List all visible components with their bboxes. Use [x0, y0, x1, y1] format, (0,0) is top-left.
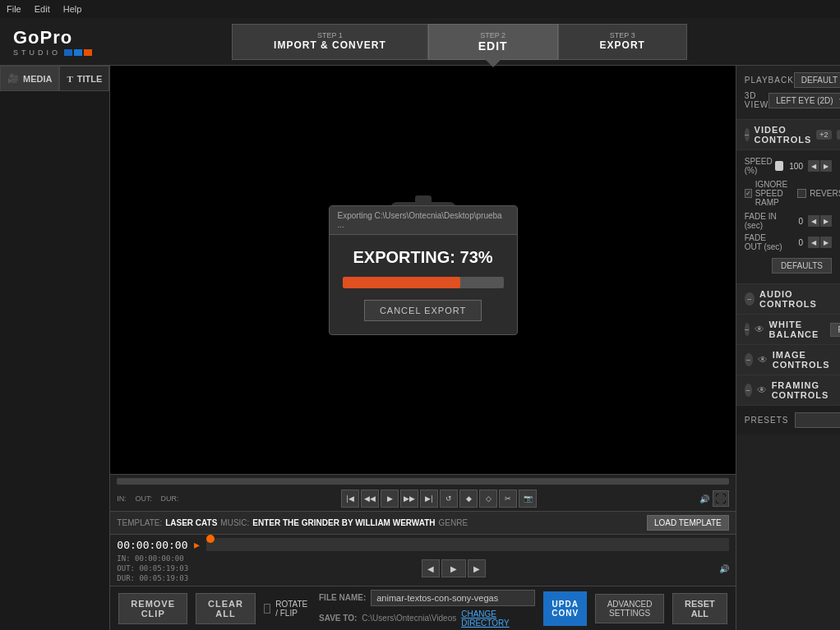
update-convert-btn[interactable]: UPDA CONV: [543, 591, 587, 626]
defaults-btn[interactable]: DEFAULTS: [772, 258, 832, 274]
presets-row: PRESETS ADD: [736, 406, 840, 435]
pick-btn[interactable]: PICK: [830, 323, 840, 337]
remove-clip-btn[interactable]: REMOVE CLIP: [118, 593, 187, 624]
in-time: IN: 00:00:00:00: [117, 554, 188, 563]
speed-inc-btn[interactable]: ▶: [820, 160, 832, 172]
video-badge-1: +2: [816, 130, 831, 140]
video-controls-header[interactable]: − VIDEO CONTROLS +2 x2: [736, 120, 840, 150]
timeline-section: 00:00:00:00 ▸ IN: 00:00:00:00 OUT: 00:05…: [110, 534, 735, 586]
advanced-settings-btn[interactable]: ADVANCED SETTINGS: [595, 594, 664, 623]
timeline-scrub-bar[interactable]: [117, 478, 728, 485]
template-bar: TEMPLATE: LASER CATS MUSIC: ENTER THE GR…: [110, 511, 735, 534]
step1-num: STEP 1: [274, 31, 386, 39]
playback-row: PLAYBACK DEFAULT (HALF-RES): [745, 72, 832, 88]
step3-num: STEP 3: [600, 31, 645, 39]
fade-out-dec-btn[interactable]: ◀: [808, 237, 819, 248]
export-dialog: Exporting C:\Users\Ontecnia\Desktop\prue…: [329, 205, 518, 335]
fullscreen-btn[interactable]: ⛶: [713, 490, 729, 507]
controls-row: IN: OUT: DUR: |◀ ◀◀ ▶ ▶▶ ▶| ↺ ◆ ◇ ✂ 📷: [117, 490, 728, 508]
in-label: IN:: [117, 494, 127, 503]
reset-all-btn[interactable]: RESET ALL: [672, 593, 727, 624]
fade-out-inc-btn[interactable]: ▶: [820, 237, 832, 248]
skip-end-btn[interactable]: ▶|: [420, 490, 438, 508]
audio-toggle[interactable]: −: [745, 292, 755, 306]
ignore-speed-ramp-label: IGNORE SPEED RAMP: [755, 180, 789, 207]
tab-media[interactable]: 🎥 MEDIA: [0, 66, 59, 91]
video-controls-title: VIDEO CONTROLS: [755, 125, 812, 145]
center-area: Exporting C:\Users\Ontecnia\Desktop\prue…: [110, 66, 735, 630]
white-balance-header[interactable]: − 👁 WHITE BALANCE PICK: [736, 315, 840, 345]
playback-section: PLAYBACK DEFAULT (HALF-RES) 3D VIEW LEFT…: [736, 66, 840, 120]
eye-icon-framing: 👁: [757, 384, 767, 396]
title-icon: T: [67, 74, 72, 84]
fade-in-inc-btn[interactable]: ▶: [820, 215, 832, 227]
menu-bar: File Edit Help: [0, 0, 840, 18]
tab-title[interactable]: T TITLE: [59, 66, 109, 91]
reverse-checkbox[interactable]: [797, 189, 806, 198]
step1-label: IMPORT & CONVERT: [274, 39, 386, 51]
next-frame-btn[interactable]: ▶▶: [400, 490, 418, 508]
rotate-flip-label: ROTATE / FLIP: [275, 600, 311, 618]
menu-help[interactable]: Help: [63, 4, 82, 14]
white-balance-toggle[interactable]: −: [745, 323, 750, 336]
cancel-export-button[interactable]: CANCEL EXPORT: [364, 300, 482, 321]
play-btn[interactable]: ▶: [381, 490, 399, 508]
speed-dec-btn[interactable]: ◀: [808, 160, 819, 172]
tab-title-label: TITLE: [77, 74, 103, 84]
mark2-btn[interactable]: ◇: [479, 490, 497, 508]
eye-icon-wb: 👁: [755, 324, 764, 335]
tl-next-btn[interactable]: ▶: [468, 559, 486, 577]
timeline-top: 00:00:00:00 ▸: [117, 538, 728, 551]
prev-frame-btn[interactable]: ◀◀: [361, 490, 379, 508]
change-dir-btn[interactable]: CHANGE DIRECTORY: [461, 609, 535, 628]
file-name-input[interactable]: [371, 590, 535, 606]
speed-thumb: [775, 161, 783, 171]
video-controls-toggle[interactable]: −: [745, 128, 750, 141]
save-to-row: SAVE TO: C:\Users\Ontecnia\Videos CHANGE…: [319, 609, 535, 628]
camera-btn[interactable]: 📷: [519, 490, 537, 508]
panel-content: [0, 91, 109, 630]
reverse-row: REVERSE: [797, 180, 840, 207]
file-name-row: FILE NAME:: [319, 590, 535, 606]
load-template-btn[interactable]: LOAD TEMPLATE: [647, 515, 729, 531]
presets-input[interactable]: [795, 412, 840, 428]
view3d-dropdown[interactable]: LEFT EYE (2D): [768, 93, 840, 108]
progress-bar: [343, 277, 504, 288]
mark-btn[interactable]: ◆: [459, 490, 478, 508]
step-2[interactable]: STEP 2 EDIT: [428, 24, 558, 60]
playback-dropdown[interactable]: DEFAULT (HALF-RES): [794, 72, 840, 88]
menu-edit[interactable]: Edit: [35, 4, 50, 14]
menu-file[interactable]: File: [7, 4, 21, 14]
fade-in-dec-btn[interactable]: ◀: [808, 215, 819, 227]
audio-controls-header[interactable]: − AUDIO CONTROLS: [736, 284, 840, 315]
rotate-flip-area: ROTATE / FLIP: [264, 600, 311, 618]
ignore-speed-ramp-checkbox[interactable]: ✓: [745, 189, 752, 198]
framing-controls-header[interactable]: − 👁 FRAMING CONTROLS: [736, 375, 840, 406]
out-time: OUT: 00:05:19:03: [117, 564, 188, 573]
eye-icon-img: 👁: [758, 354, 768, 366]
audio-controls-title: AUDIO CONTROLS: [759, 289, 832, 309]
left-panel: 🎥 MEDIA T TITLE: [0, 66, 110, 630]
video-controls-content: SPEED (%) 100 ◀ ▶ ✓ IGNORE SPEED RAMP: [736, 150, 840, 284]
framing-toggle[interactable]: −: [745, 384, 752, 397]
timeline-track[interactable]: [206, 538, 728, 551]
step-3[interactable]: STEP 3 EXPORT: [558, 24, 687, 60]
image-toggle[interactable]: −: [745, 353, 753, 366]
export-text: EXPORTING: 73%: [343, 248, 504, 267]
fade-in-row: FADE IN (sec) 0 ◀ ▶: [745, 212, 832, 230]
scissors-btn[interactable]: ✂: [499, 490, 517, 508]
loop-btn[interactable]: ↺: [440, 490, 458, 508]
fade-out-row: FADE OUT (sec) 0 ◀ ▶: [745, 233, 832, 251]
rotate-checkbox[interactable]: [264, 604, 270, 614]
progress-fill: [343, 277, 460, 288]
logo: GoPro STUDIO: [13, 27, 92, 57]
media-icon: 🎥: [7, 73, 19, 84]
image-controls-header[interactable]: − 👁 IMAGE CONTROLS: [736, 345, 840, 375]
tl-prev-btn[interactable]: ◀: [422, 559, 440, 577]
skip-start-btn[interactable]: |◀: [341, 490, 359, 508]
clear-all-btn[interactable]: CLEAR ALL: [196, 593, 256, 624]
step-1[interactable]: STEP 1 IMPORT & CONVERT: [232, 24, 428, 60]
tl-play-btn[interactable]: ▶: [441, 559, 466, 577]
logo-dot-3: [84, 49, 92, 56]
steps-nav: STEP 1 IMPORT & CONVERT STEP 2 EDIT STEP…: [92, 24, 827, 60]
